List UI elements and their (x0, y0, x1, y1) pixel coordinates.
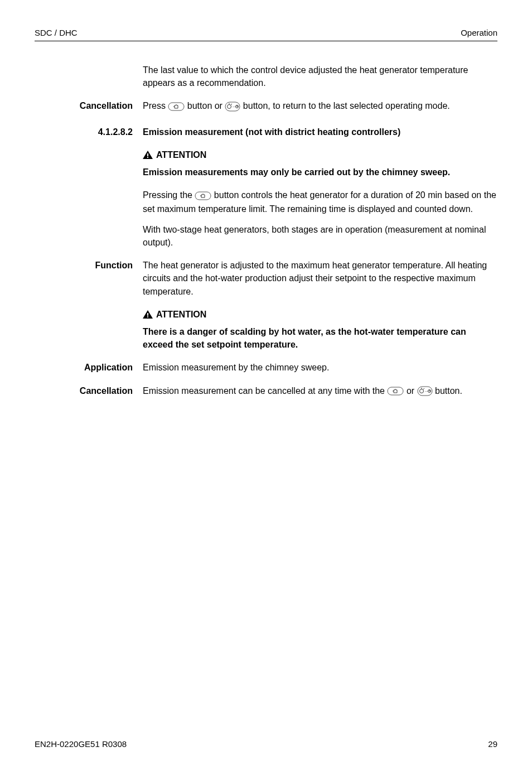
header-left: SDC / DHC (35, 28, 78, 37)
content: The last value to which the control devi… (35, 64, 497, 398)
text-fragment: button. (433, 386, 462, 396)
empty-label (38, 64, 143, 89)
cancellation2-paragraph: Emission measurement can be cancelled at… (143, 384, 497, 398)
text-fragment: button or (185, 101, 225, 110)
header-rule (35, 41, 497, 41)
text-fragment: Pressing the (143, 190, 195, 200)
svg-rect-11 (147, 316, 148, 317)
text-fragment: or (404, 386, 417, 396)
attention-label: ATTENTION (156, 308, 206, 321)
hand-button-icon (195, 189, 211, 201)
svg-text:···: ··· (425, 389, 428, 393)
application-body: Emission measurement by the chimney swee… (143, 361, 497, 374)
function-label: Function (38, 259, 143, 298)
attention2-text: There is a danger of scalding by hot wat… (143, 325, 497, 351)
svg-rect-10 (147, 313, 148, 316)
attention2-body: ATTENTION There is a danger of scalding … (143, 308, 497, 351)
cancellation2-label: Cancellation (38, 384, 143, 398)
svg-rect-0 (168, 103, 184, 110)
application-label: Application (38, 361, 143, 374)
mode-dial-icon: ··· (225, 100, 240, 113)
attention-label: ATTENTION (156, 148, 206, 161)
warning-triangle-icon (143, 151, 153, 159)
emission-p2: With two-stage heat generators, both sta… (143, 223, 497, 249)
text-fragment: button, to return to the last selected o… (240, 101, 449, 110)
attention-heading: ATTENTION (143, 308, 497, 321)
section-heading-row: 4.1.2.8.2 Emission measurement (not with… (38, 126, 497, 138)
application-text: Emission measurement by the chimney swee… (143, 361, 497, 374)
attention1-text: Emission measurements may only be carrie… (143, 166, 497, 179)
text-fragment: Press (143, 101, 168, 110)
cancellation2-body: Emission measurement can be cancelled at… (143, 384, 497, 398)
cancellation-label: Cancellation (38, 99, 143, 113)
emission-body-row: Pressing the button controls the heat ge… (38, 189, 497, 249)
function-row: Function The heat generator is adjusted … (38, 259, 497, 298)
attention2-row: ATTENTION There is a danger of scalding … (38, 308, 497, 351)
empty-label (38, 189, 143, 249)
cancellation1-body: Press button or ··· button, to return to… (143, 99, 497, 113)
attention1-row: ATTENTION Emission measurements may only… (38, 148, 497, 179)
intro-body: The last value to which the control devi… (143, 64, 497, 89)
function-text: The heat generator is adjusted to the ma… (143, 259, 497, 298)
svg-rect-9 (195, 192, 211, 200)
footer-page-number: 29 (488, 739, 497, 749)
svg-text:···: ··· (233, 105, 236, 109)
warning-triangle-icon (143, 310, 153, 319)
emission-p1: Pressing the button controls the heat ge… (143, 189, 497, 215)
page: SDC / DHC Operation The last value to wh… (0, 0, 532, 771)
emission-body: Pressing the button controls the heat ge… (143, 189, 497, 249)
text-fragment: Emission measurement can be cancelled at… (143, 386, 387, 396)
attention1-body: ATTENTION Emission measurements may only… (143, 148, 497, 179)
intro-paragraph: The last value to which the control devi… (143, 64, 497, 89)
application-row: Application Emission measurement by the … (38, 361, 497, 374)
footer-left: EN2H-0220GE51 R0308 (35, 739, 127, 749)
section-number: 4.1.2.8.2 (38, 126, 143, 138)
empty-label (38, 148, 143, 179)
empty-label (38, 308, 143, 351)
intro-row: The last value to which the control devi… (38, 64, 497, 89)
cancellation1-paragraph: Press button or ··· button, to return to… (143, 99, 497, 113)
page-footer: EN2H-0220GE51 R0308 29 (35, 739, 497, 749)
svg-rect-8 (147, 157, 148, 158)
hand-button-icon (168, 100, 185, 113)
attention-heading: ATTENTION (143, 148, 497, 161)
svg-rect-12 (388, 387, 403, 395)
mode-dial-icon: ··· (417, 384, 433, 397)
section-title: Emission measurement (not with district … (143, 126, 497, 138)
svg-rect-7 (147, 153, 148, 156)
hand-button-icon (387, 384, 404, 397)
page-header: SDC / DHC Operation (35, 28, 497, 41)
cancellation2-row: Cancellation Emission measurement can be… (38, 384, 497, 398)
cancellation1-row: Cancellation Press button or ··· button,… (38, 99, 497, 113)
header-right: Operation (461, 28, 497, 37)
function-body: The heat generator is adjusted to the ma… (143, 259, 497, 298)
